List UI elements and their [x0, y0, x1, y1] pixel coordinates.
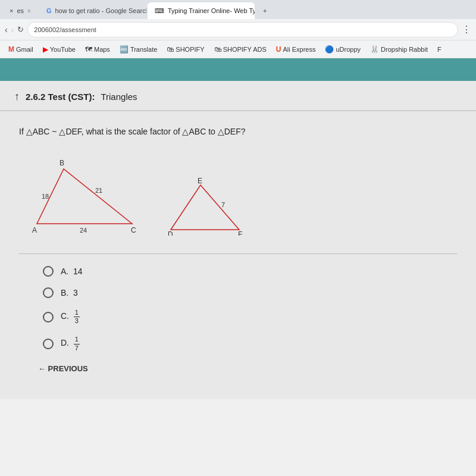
bookmark-translate[interactable]: 🔤 Translate — [116, 44, 161, 55]
vertex-f-label: F — [238, 230, 242, 236]
fraction-c-den: 3 — [74, 317, 80, 325]
fraction-c: 1 3 — [74, 309, 80, 325]
option-d-label: D. 1 7 — [61, 336, 80, 352]
question-section: If △ABC ~ △DEF, what is the scale factor… — [0, 111, 476, 399]
bookmark-udroppy[interactable]: 🔵 uDroppy — [321, 44, 364, 55]
radio-c[interactable] — [43, 312, 54, 322]
vertex-c-label: C — [131, 226, 136, 234]
udroppy-icon: 🔵 — [325, 45, 334, 54]
option-b-label: B. 3 — [61, 288, 78, 298]
google-icon: G — [46, 7, 52, 14]
radio-a[interactable] — [43, 266, 54, 277]
browser-tabs: × es × G how to get ratio - Google Searc… — [0, 0, 476, 19]
address-bar[interactable]: 2006002/assessment — [27, 22, 458, 37]
section-divider — [19, 253, 457, 254]
radio-b[interactable] — [43, 287, 54, 298]
bookmark-youtube-label: YouTube — [50, 46, 76, 53]
bookmark-maps-label: Maps — [94, 46, 110, 53]
teal-header-bar — [0, 58, 476, 81]
tab-1-icon: × — [10, 7, 13, 14]
bookmark-shopify-ads[interactable]: 🛍 SHOPIFY ADS — [211, 44, 270, 55]
browser-bar: ‹ › ↻ 2006002/assessment ⋮ — [0, 19, 476, 40]
address-text: 2006002/assessment — [34, 26, 96, 33]
triangles-container: B A C 18 21 24 E D F 7 — [31, 152, 457, 236]
vertex-b-label: B — [60, 159, 64, 167]
bookmark-gmail[interactable]: M Gmail — [5, 44, 37, 55]
side-ef-label: 7 — [221, 201, 225, 208]
bookmark-dropship-rabbit[interactable]: 🐰 Dropship Rabbit — [367, 44, 431, 55]
option-a[interactable]: A. 14 — [43, 266, 433, 277]
shopify-ads-icon: 🛍 — [214, 45, 221, 54]
gmail-icon: M — [8, 45, 14, 54]
bookmark-dropship-rabbit-label: Dropship Rabbit — [381, 46, 428, 53]
tab-google[interactable]: G how to get ratio - Google Search × — [39, 2, 146, 19]
vertex-e-label: E — [198, 177, 202, 185]
bookmark-udroppy-label: uDroppy — [336, 46, 361, 53]
triangle-abc-svg: B A C 18 21 24 — [31, 152, 150, 236]
bookmark-shopify-label: SHOPIFY — [176, 46, 204, 53]
test-title: 2.6.2 Test (CST): — [26, 92, 95, 102]
bookmark-shopify[interactable]: 🛍 SHOPIFY — [163, 44, 208, 55]
bookmark-shopify-ads-label: SHOPIFY ADS — [223, 46, 267, 53]
bookmark-more[interactable]: F — [434, 45, 445, 54]
bookmark-maps[interactable]: 🗺 Maps — [82, 44, 114, 55]
back-button[interactable]: ‹ — [5, 25, 8, 35]
shopify-icon: 🛍 — [167, 45, 174, 54]
maps-icon: 🗺 — [85, 45, 92, 54]
fraction-c-num: 1 — [74, 309, 80, 317]
fraction-d-num: 1 — [74, 336, 80, 344]
bottom-nav: ← PREVIOUS — [19, 352, 457, 385]
tab-1-label: es — [17, 7, 24, 14]
vertex-d-label: D — [168, 230, 173, 236]
side-bc-label: 21 — [95, 187, 102, 194]
question-text: If △ABC ~ △DEF, what is the scale factor… — [19, 126, 457, 138]
new-tab-label: + — [263, 7, 267, 14]
option-b[interactable]: B. 3 — [43, 287, 433, 298]
tab-1-close[interactable]: × — [27, 8, 31, 14]
radio-d[interactable] — [43, 339, 54, 349]
menu-icon[interactable]: ⋮ — [462, 24, 471, 35]
aliexpress-icon: U — [276, 45, 281, 54]
bookmark-youtube[interactable]: ▶ YouTube — [39, 44, 79, 55]
tab-typing[interactable]: ⌨ Typing Trainer Online- Web Typr × — [148, 2, 255, 19]
option-c-label: C. 1 3 — [61, 309, 80, 325]
side-ab-label: 18 — [42, 193, 49, 200]
content-area: ↑ 2.6.2 Test (CST): Triangles If △ABC ~ … — [0, 81, 476, 399]
typing-icon: ⌨ — [155, 7, 164, 15]
answer-options: A. 14 B. 3 C. 1 3 D. 1 — [19, 266, 457, 352]
test-header: ↑ 2.6.2 Test (CST): Triangles — [0, 81, 476, 111]
bookmark-more-label: F — [437, 46, 441, 53]
tab-google-label: how to get ratio - Google Search — [55, 7, 146, 14]
option-c[interactable]: C. 1 3 — [43, 309, 433, 325]
bookmark-aliexpress[interactable]: U Ali Express — [273, 44, 320, 55]
fraction-d-den: 7 — [74, 345, 80, 352]
youtube-icon: ▶ — [43, 45, 48, 54]
bookmark-translate-label: Translate — [130, 46, 157, 53]
fraction-d: 1 7 — [74, 336, 80, 352]
svg-marker-0 — [37, 169, 132, 224]
option-d[interactable]: D. 1 7 — [43, 336, 433, 352]
option-a-label: A. 14 — [61, 267, 83, 276]
dropship-rabbit-icon: 🐰 — [370, 45, 379, 54]
new-tab-button[interactable]: + — [256, 2, 274, 19]
test-header-icon: ↑ — [14, 90, 20, 103]
translate-icon: 🔤 — [120, 45, 129, 54]
forward-button[interactable]: › — [11, 25, 14, 35]
triangle-def-svg: E D F 7 — [168, 176, 245, 236]
previous-button[interactable]: ← PREVIOUS — [38, 364, 88, 373]
tab-1[interactable]: × es × — [2, 2, 38, 19]
tab-typing-label: Typing Trainer Online- Web Typr — [168, 7, 255, 14]
bookmark-gmail-label: Gmail — [16, 46, 33, 53]
vertex-a-label: A — [32, 226, 37, 234]
bookmarks-bar: M Gmail ▶ YouTube 🗺 Maps 🔤 Translate 🛍 S… — [0, 40, 476, 58]
refresh-button[interactable]: ↻ — [17, 25, 24, 34]
svg-marker-1 — [171, 185, 239, 230]
test-subtitle: Triangles — [101, 92, 137, 102]
side-ac-label: 24 — [80, 227, 87, 234]
bookmark-aliexpress-label: Ali Express — [283, 46, 315, 53]
